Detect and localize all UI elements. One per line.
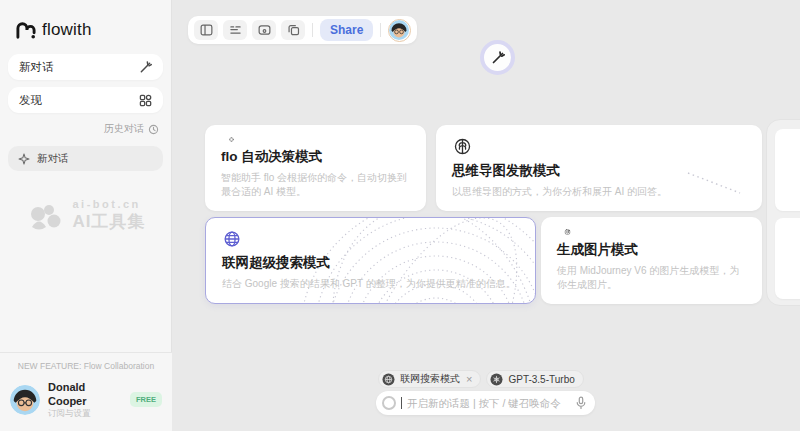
star-icon — [18, 153, 30, 165]
history-label: 历史对话 — [104, 122, 144, 136]
openai-badge-icon — [490, 373, 503, 386]
mode-card-auto[interactable]: flo 自动决策模式 智能助手 flo 会根据你的命令，自动切换到最合适的 AI… — [205, 125, 426, 211]
card-description: 智能助手 flo 会根据你的命令，自动切换到最合适的 AI 模型。 — [221, 171, 410, 199]
card-description: 使用 MidJourney V6 的图片生成模型，为你生成图片。 — [557, 264, 746, 292]
user-meta: Donald Cooper 订阅与设置 — [48, 381, 122, 419]
chat-list: 新对话 — [0, 136, 171, 171]
watermark-text: ai-bot.cn AI工具集 — [73, 198, 146, 233]
card-title: 思维导图发散模式 — [452, 162, 746, 180]
feature-banner[interactable]: NEW FEATURE: Flow Collaboration — [10, 361, 162, 371]
sidebar: flowith 新对话 发现 历史对话 — [0, 0, 172, 431]
panel-left-icon — [200, 24, 213, 36]
tag-label: 联网搜索模式 — [400, 372, 460, 386]
wand-icon — [139, 61, 152, 74]
chat-input-bar — [376, 391, 595, 415]
flowith-app: flowith 新对话 发现 历史对话 — [0, 0, 800, 431]
presentation-button[interactable] — [252, 20, 276, 40]
mode-card-mindmap[interactable]: 思维导图发散模式 以思维导图的方式，为你分析和展开 AI 的回答。 — [436, 125, 762, 211]
sidebar-nav: 新对话 发现 — [0, 40, 171, 113]
peek-card — [775, 129, 800, 211]
text-cursor — [401, 397, 402, 409]
panel-toggle-button[interactable] — [194, 20, 218, 40]
tag-model[interactable]: GPT-3.5-Turbo — [486, 370, 583, 388]
wand-icon — [491, 51, 505, 65]
discover-icon — [139, 94, 152, 107]
user-subtitle: 订阅与设置 — [48, 408, 122, 419]
presentation-icon — [258, 24, 271, 36]
toolbar-avatar[interactable] — [388, 19, 411, 42]
outline-button[interactable] — [223, 20, 247, 40]
chat-item-label: 新对话 — [37, 152, 69, 166]
copy-button[interactable] — [281, 20, 305, 40]
flowith-logo-icon — [16, 21, 36, 39]
crosshair-icon — [221, 137, 242, 142]
mode-badge[interactable] — [480, 40, 515, 75]
tag-label: GPT-3.5-Turbo — [508, 374, 574, 385]
history-link[interactable]: 历史对话 — [0, 113, 171, 136]
brain-icon — [452, 137, 473, 156]
card-title: flo 自动决策模式 — [221, 148, 410, 166]
sidebar-item-discover[interactable]: 发现 — [8, 87, 163, 113]
avatar — [10, 385, 40, 415]
sidebar-footer: NEW FEATURE: Flow Collaboration Donald C… — [0, 352, 172, 431]
carousel-next-page[interactable] — [766, 119, 800, 306]
outline-icon — [229, 24, 242, 36]
ring-icon — [382, 396, 396, 410]
discover-label: 发现 — [19, 93, 42, 108]
new-chat-label: 新对话 — [19, 60, 54, 75]
logo: flowith — [0, 0, 171, 40]
card-description: 以思维导图的方式，为你分析和展开 AI 的回答。 — [452, 185, 746, 199]
card-description: 结合 Google 搜索的结果和 GPT 的整理，为你提供更精准的信息。 — [222, 277, 519, 291]
watermark: ai-bot.cn AI工具集 — [0, 198, 172, 233]
mode-card-web-search[interactable]: 联网超级搜索模式 结合 Google 搜索的结果和 GPT 的整理，为你提供更精… — [205, 217, 536, 304]
globe-icon — [222, 230, 242, 248]
globe-badge-icon — [382, 373, 395, 386]
share-button[interactable]: Share — [320, 19, 373, 41]
tag-web-search-mode[interactable]: 联网搜索模式 × — [378, 370, 481, 388]
sidebar-item-new-chat[interactable]: 新对话 — [8, 54, 163, 80]
peek-card — [775, 218, 800, 299]
clock-icon — [148, 124, 159, 135]
chat-list-item[interactable]: 新对话 — [8, 146, 163, 171]
close-icon[interactable]: × — [466, 374, 472, 385]
microphone-icon[interactable] — [575, 396, 587, 410]
user-name: Donald Cooper — [48, 381, 122, 409]
watermark-logo-icon — [27, 201, 65, 231]
card-title: 联网超级搜索模式 — [222, 254, 519, 272]
watermark-line1: ai-bot.cn — [73, 198, 146, 210]
toolbar-divider — [380, 23, 381, 37]
composer-tags: 联网搜索模式 × GPT-3.5-Turbo — [378, 370, 584, 388]
camera-icon — [557, 229, 578, 235]
chat-input[interactable] — [407, 397, 570, 409]
top-toolbar: Share — [188, 16, 417, 44]
plan-badge: FREE — [130, 392, 162, 407]
card-title: 生成图片模式 — [557, 241, 746, 259]
mode-card-image-gen[interactable]: 生成图片模式 使用 MidJourney V6 的图片生成模型，为你生成图片。 — [541, 217, 762, 304]
copy-icon — [287, 24, 300, 36]
watermark-line2: AI工具集 — [73, 210, 146, 233]
toolbar-divider — [312, 23, 313, 37]
logo-text: flowith — [42, 20, 92, 40]
user-profile[interactable]: Donald Cooper 订阅与设置 FREE — [10, 381, 162, 419]
